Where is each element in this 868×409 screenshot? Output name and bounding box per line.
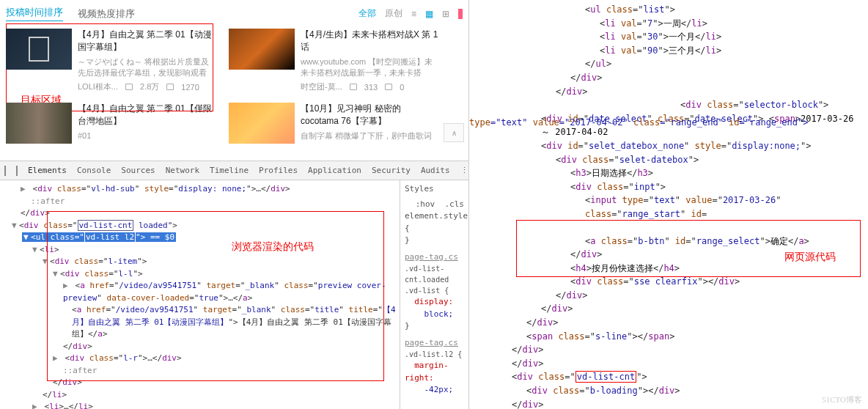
styles-pane[interactable]: Styles :hov .cls element.style { } page-…	[400, 180, 468, 409]
sort-tab-hot[interactable]: 视频热度排序	[78, 7, 135, 21]
video-meta: LOLI根本... 2.8万 1270	[78, 81, 216, 92]
video-thumbnail[interactable]	[229, 103, 295, 144]
video-meta: 时空团-莫... 313 0	[301, 81, 438, 92]
sort-tab-time[interactable]: 投稿时间排序	[6, 6, 63, 21]
watermark: 51CTO博客	[822, 394, 862, 406]
devtools-tab-application[interactable]: Application	[308, 166, 361, 175]
video-thumbnail[interactable]	[6, 103, 72, 144]
video-desc: www.youtube.com 【时空间搬运】未来卡搭档对战最新一季，未来卡搭	[301, 56, 438, 79]
video-item[interactable]: 【4月/生肉】未来卡搭档对战X 第 1 话 www.youtube.com 【时…	[229, 29, 438, 92]
video-title[interactable]: 【4月】自由之翼 第二季 01【僅限台灣地區】	[78, 103, 216, 128]
devtools-label: 浏览器渲染的代码	[232, 239, 314, 254]
danmu-icon	[385, 84, 392, 90]
video-title[interactable]: 【4月】自由之翼 第二季 01【动漫国字幕组】	[78, 29, 216, 54]
video-desc: #01	[78, 130, 216, 141]
devtools-panel: Elements Console Sources Network Timelin…	[0, 161, 468, 409]
pink-edge	[458, 9, 463, 19]
filter-all[interactable]: 全部	[358, 7, 376, 20]
video-item[interactable]: 【4月】自由之翼 第二季 01【僅限台灣地區】 #01	[6, 103, 216, 144]
source-code-pane[interactable]: <ul class="list"> <li val="7">一周</li> <l…	[469, 0, 868, 409]
video-desc: ～マジやばくね～ 将根据出片质量及先后选择最优字幕组，发现影响观看	[78, 56, 216, 79]
devtools-tab-security[interactable]: Security	[372, 166, 411, 175]
scroll-top-button[interactable]: ∧	[444, 123, 464, 142]
view-tile-icon[interactable]: ⊞	[442, 9, 449, 19]
play-icon	[350, 84, 357, 90]
video-title[interactable]: 【10月】见习神明 秘密的cocotama 76【字幕】	[301, 103, 438, 128]
video-item[interactable]: 【4月】自由之翼 第二季 01【动漫国字幕组】 ～マジやばくね～ 将根据出片质量…	[6, 29, 216, 92]
devtools-tab-sources[interactable]: Sources	[121, 166, 155, 175]
video-thumbnail[interactable]	[6, 29, 72, 70]
sort-tabs: 投稿时间排序 视频热度排序 全部 原创 ≡ ▦ ⊞	[6, 6, 463, 21]
devtools-tab-console[interactable]: Console	[77, 166, 111, 175]
device-icon[interactable]	[16, 166, 18, 176]
devtools-menu-icon[interactable]: ⋮	[460, 166, 468, 175]
video-desc: 自制字幕 稍微爆了下肝，剧中曲歌词	[301, 130, 438, 141]
view-list-icon[interactable]: ≡	[411, 9, 416, 19]
video-item[interactable]: 【10月】见习神明 秘密的cocotama 76【字幕】 自制字幕 稍微爆了下肝…	[229, 103, 438, 144]
elements-tree[interactable]: ▶ <div class="vl-hd-sub" style="display:…	[0, 180, 400, 409]
devtools-tab-network[interactable]: Network	[166, 166, 199, 175]
devtools-tab-timeline[interactable]: Timeline	[210, 166, 249, 175]
video-title[interactable]: 【4月/生肉】未来卡搭档对战X 第 1 话	[301, 29, 438, 54]
play-icon	[125, 84, 133, 90]
filter-original[interactable]: 原创	[385, 7, 402, 20]
devtools-tab-elements[interactable]: Elements	[28, 166, 67, 175]
devtools-tab-profiles[interactable]: Profiles	[259, 166, 298, 175]
video-thumbnail[interactable]	[229, 29, 295, 70]
inspect-icon[interactable]	[4, 166, 6, 176]
source-label: 网页源代码	[784, 249, 836, 265]
danmu-icon	[166, 84, 174, 90]
view-grid-icon[interactable]: ▦	[425, 9, 433, 19]
devtools-tab-audits[interactable]: Audits	[421, 166, 450, 175]
